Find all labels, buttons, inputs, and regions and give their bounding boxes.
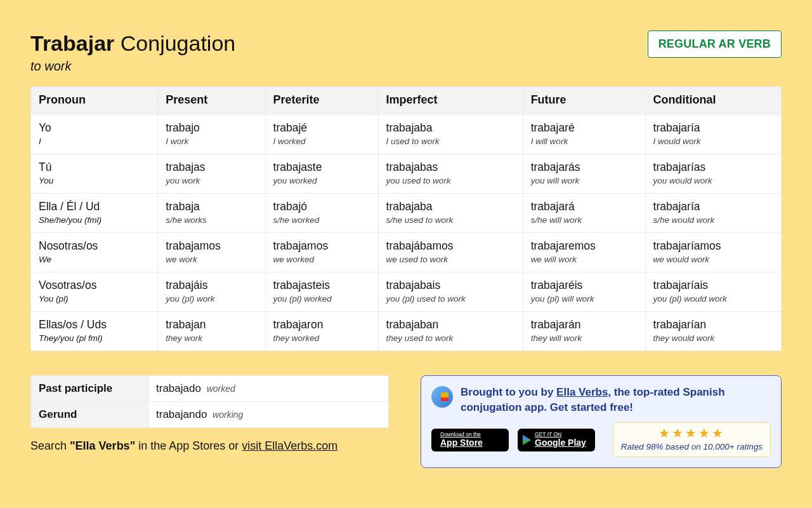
conjugation-cell: trabajarásyou will work — [523, 154, 645, 193]
search-instruction: Search "Ella Verbs" in the App Stores or… — [30, 439, 389, 453]
conjugation-cell: trabajarás/he will work — [523, 193, 645, 232]
conjugation-cell: trabajaríasyou would work — [645, 154, 781, 193]
ellaverbs-site-link[interactable]: visit EllaVerbs.com — [242, 439, 337, 452]
conjugation-cell: trabajasteyou worked — [265, 154, 378, 193]
conjugation-cell: trabajábamoswe used to work — [378, 232, 523, 272]
past-participle-label: Past participle — [31, 375, 148, 401]
col-header: Pronoun — [31, 86, 158, 114]
nonfinite-forms-table: Past participle trabajado worked Gerund … — [30, 375, 389, 428]
conjugation-cell: trabajaríaisyou (pl) would work — [645, 272, 781, 311]
gerund-value: trabajando working — [148, 401, 389, 427]
conjugation-cell: trabajaríaI would work — [645, 114, 781, 154]
conjugation-cell: trabajabaisyou (pl) used to work — [378, 272, 523, 311]
star-icons: ★★★★★ — [621, 427, 763, 439]
page-title: Trabajar Conjugation — [30, 30, 235, 57]
col-header: Preterite — [265, 86, 378, 114]
conjugation-cell: trabajaréI will work — [523, 114, 645, 154]
table-row: YoItrabajoI worktrabajéI workedtrabajaba… — [31, 114, 782, 154]
conjugation-cell: trabajarías/he would work — [645, 193, 781, 232]
col-header: Conditional — [645, 86, 781, 114]
conjugation-table: PronounPresentPreteriteImperfectFutureCo… — [30, 86, 782, 351]
conjugation-cell: trabajaríanthey would work — [645, 311, 781, 351]
past-participle-value: trabajado worked — [148, 375, 389, 401]
conjugation-cell: trabajamoswe work — [158, 232, 265, 272]
pronoun-cell: YoI — [31, 114, 158, 154]
conjugation-cell: trabajaronthey worked — [265, 311, 378, 351]
conjugation-cell: trabajáisyou (pl) work — [158, 272, 265, 311]
table-row: TúYoutrabajasyou worktrabajasteyou worke… — [31, 154, 782, 193]
conjugation-cell: trabajabas/he used to work — [378, 193, 523, 232]
table-row: Ellas/os / UdsThey/you (pl fml)trabajant… — [31, 311, 782, 351]
conjugation-cell: trabajabasyou used to work — [378, 154, 523, 193]
conjugation-cell: trabajaréisyou (pl) will work — [523, 272, 645, 311]
rating-box: ★★★★★ Rated 98% based on 10,000+ ratings — [613, 422, 771, 457]
google-play-icon — [523, 435, 531, 445]
pronoun-cell: Vosotras/osYou (pl) — [31, 272, 158, 311]
conjugation-cell: trabajabaI used to work — [378, 114, 523, 154]
pronoun-cell: Ella / Él / UdShe/he/you (fml) — [31, 193, 158, 232]
conjugation-cell: trabajabanthey used to work — [378, 311, 523, 351]
conjugation-cell: trabajós/he worked — [265, 193, 378, 232]
conjugation-cell: trabajaránthey will work — [523, 311, 645, 351]
col-header: Imperfect — [378, 86, 523, 114]
verb-meaning: to work — [30, 59, 235, 74]
pronoun-cell: TúYou — [31, 154, 158, 193]
promo-text: Brought to you by Ella Verbs, the top-ra… — [461, 385, 771, 416]
conjugation-cell: trabajas/he works — [158, 193, 265, 232]
conjugation-cell: trabajamoswe worked — [265, 232, 378, 272]
table-row: Vosotras/osYou (pl)trabajáisyou (pl) wor… — [31, 272, 782, 311]
table-row: Ella / Él / UdShe/he/you (fml)trabajas/h… — [31, 193, 782, 232]
conjugation-cell: trabajéI worked — [265, 114, 378, 154]
title-word: Conjugation — [121, 31, 235, 55]
conjugation-cell: trabajanthey work — [158, 311, 265, 351]
pronoun-cell: Ellas/os / UdsThey/you (pl fml) — [31, 311, 158, 351]
gerund-label: Gerund — [31, 401, 148, 427]
conjugation-cell: trabajasyou work — [158, 154, 265, 193]
conjugation-cell: trabajaremoswe will work — [523, 232, 645, 272]
conjugation-cell: trabajoI work — [158, 114, 265, 154]
ellaverbs-link[interactable]: Ella Verbs — [556, 386, 608, 398]
ellaverbs-app-icon — [431, 386, 453, 408]
title-verb: Trabajar — [30, 31, 114, 55]
col-header: Present — [158, 86, 265, 114]
pronoun-cell: Nosotras/osWe — [31, 232, 158, 272]
col-header: Future — [523, 86, 645, 114]
promo-card: Brought to you by Ella Verbs, the top-ra… — [421, 375, 782, 468]
appstore-button[interactable]: Download on the App Store — [431, 429, 509, 451]
conjugation-cell: trabajasteisyou (pl) worked — [265, 272, 378, 311]
conjugation-cell: trabajaríamoswe would work — [645, 232, 781, 272]
googleplay-button[interactable]: GET IT ON Google Play — [518, 429, 595, 451]
table-row: Nosotras/osWetrabajamoswe worktrabajamos… — [31, 232, 782, 272]
verb-type-badge: REGULAR AR VERB — [648, 30, 782, 58]
